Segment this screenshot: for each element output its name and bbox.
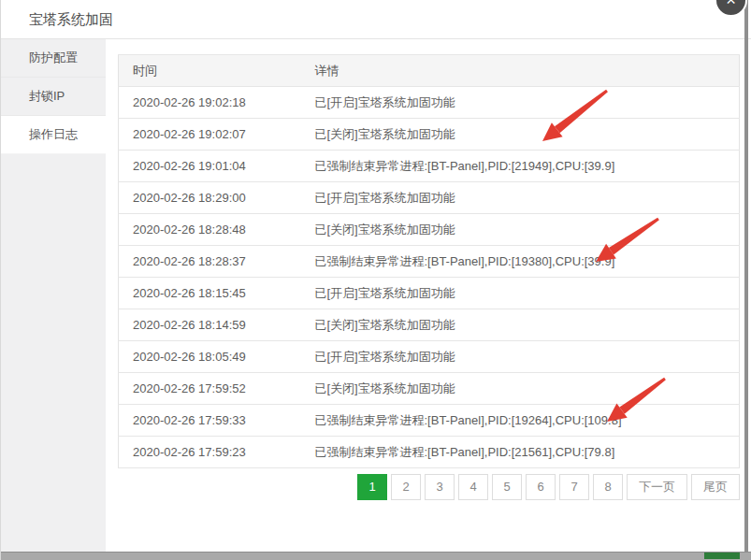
page-button-3[interactable]: 3 (425, 474, 455, 500)
page-button-7[interactable]: 7 (559, 474, 589, 500)
cell-time: 2020-02-26 18:15:45 (119, 278, 301, 309)
table-row: 2020-02-26 17:59:33已强制结束异常进程:[BT-Panel],… (119, 405, 740, 437)
page-button-6[interactable]: 6 (526, 474, 556, 500)
cell-time: 2020-02-26 17:59:52 (119, 373, 301, 405)
pagination: 12345678下一页尾页 (354, 474, 740, 500)
cell-detail: 已[关闭]宝塔系统加固功能 (301, 309, 740, 341)
cell-time: 2020-02-26 17:59:23 (119, 437, 301, 468)
cell-time: 2020-02-26 19:01:04 (119, 151, 301, 182)
cell-time: 2020-02-26 18:14:59 (119, 309, 301, 341)
table-row: 2020-02-26 17:59:23已强制结束异常进程:[BT-Panel],… (119, 437, 740, 468)
cell-detail: 已[关闭]宝塔系统加固功能 (301, 373, 740, 405)
vertical-scrollbar[interactable] (744, 0, 748, 552)
log-table-header-row: 时间详情 (119, 55, 740, 87)
log-table-body: 2020-02-26 19:02:18已[开启]宝塔系统加固功能2020-02-… (119, 87, 740, 468)
page-button-5[interactable]: 5 (492, 474, 522, 500)
cell-detail: 已强制结束异常进程:[BT-Panel],PID:[21561],CPU:[79… (301, 437, 740, 468)
last-page-button[interactable]: 尾页 (691, 474, 740, 500)
horizontal-scrollbar[interactable] (1, 552, 751, 560)
cell-detail: 已[开启]宝塔系统加固功能 (301, 278, 740, 309)
cell-detail: 已[开启]宝塔系统加固功能 (301, 341, 740, 373)
cell-detail: 已强制结束异常进程:[BT-Panel],PID:[19380],CPU:[39… (301, 246, 740, 278)
table-row: 2020-02-26 18:28:48已[关闭]宝塔系统加固功能 (119, 214, 740, 246)
table-row: 2020-02-26 18:28:37已强制结束异常进程:[BT-Panel],… (119, 246, 740, 278)
cell-time: 2020-02-26 19:02:07 (119, 119, 301, 151)
cell-detail: 已[关闭]宝塔系统加固功能 (301, 214, 740, 246)
page-button-2[interactable]: 2 (391, 474, 421, 500)
table-row: 2020-02-26 17:59:52已[关闭]宝塔系统加固功能 (119, 373, 740, 405)
column-header: 详情 (301, 55, 740, 87)
sidebar-item-1[interactable]: 封锁IP (1, 78, 106, 116)
table-row: 2020-02-26 19:02:07已[关闭]宝塔系统加固功能 (119, 119, 740, 151)
table-row: 2020-02-26 18:14:59已[关闭]宝塔系统加固功能 (119, 309, 740, 341)
table-row: 2020-02-26 18:05:49已[开启]宝塔系统加固功能 (119, 341, 740, 373)
column-header: 时间 (119, 55, 301, 87)
cell-detail: 已[开启]宝塔系统加固功能 (301, 87, 740, 119)
cell-detail: 已[关闭]宝塔系统加固功能 (301, 119, 740, 151)
page-button-8[interactable]: 8 (593, 474, 623, 500)
log-panel: 时间详情 2020-02-26 19:02:18已[开启]宝塔系统加固功能202… (106, 39, 751, 553)
dialog-title: 宝塔系统加固 (29, 0, 113, 39)
table-row: 2020-02-26 18:15:45已[开启]宝塔系统加固功能 (119, 278, 740, 309)
page-button-4[interactable]: 4 (458, 474, 488, 500)
cell-time: 2020-02-26 18:29:00 (119, 182, 301, 214)
next-page-button[interactable]: 下一页 (627, 474, 687, 500)
sidebar-item-2[interactable]: 操作日志 (1, 116, 106, 154)
log-table: 时间详情 2020-02-26 19:02:18已[开启]宝塔系统加固功能202… (118, 54, 740, 468)
cell-time: 2020-02-26 18:05:49 (119, 341, 301, 373)
cell-time: 2020-02-26 19:02:18 (119, 87, 301, 119)
cell-detail: 已强制结束异常进程:[BT-Panel],PID:[19264],CPU:[10… (301, 405, 740, 437)
bt-hardening-dialog: { "window": { "title": "宝塔系统加固", "close_… (0, 0, 751, 560)
scrollbar-green-fragment (704, 553, 740, 559)
sidebar-item-0[interactable]: 防护配置 (1, 39, 106, 78)
cell-detail: 已[开启]宝塔系统加固功能 (301, 182, 740, 214)
cell-detail: 已强制结束异常进程:[BT-Panel],PID:[21949],CPU:[39… (301, 151, 740, 182)
cell-time: 2020-02-26 18:28:37 (119, 246, 301, 278)
cell-time: 2020-02-26 18:28:48 (119, 214, 301, 246)
table-row: 2020-02-26 18:29:00已[开启]宝塔系统加固功能 (119, 182, 740, 214)
cell-time: 2020-02-26 17:59:33 (119, 405, 301, 437)
table-row: 2020-02-26 19:02:18已[开启]宝塔系统加固功能 (119, 87, 740, 119)
table-row: 2020-02-26 19:01:04已强制结束异常进程:[BT-Panel],… (119, 151, 740, 182)
dialog-titlebar: 宝塔系统加固 (1, 0, 751, 39)
page-button-1[interactable]: 1 (357, 474, 387, 500)
sidebar: 防护配置封锁IP操作日志 (1, 39, 106, 553)
